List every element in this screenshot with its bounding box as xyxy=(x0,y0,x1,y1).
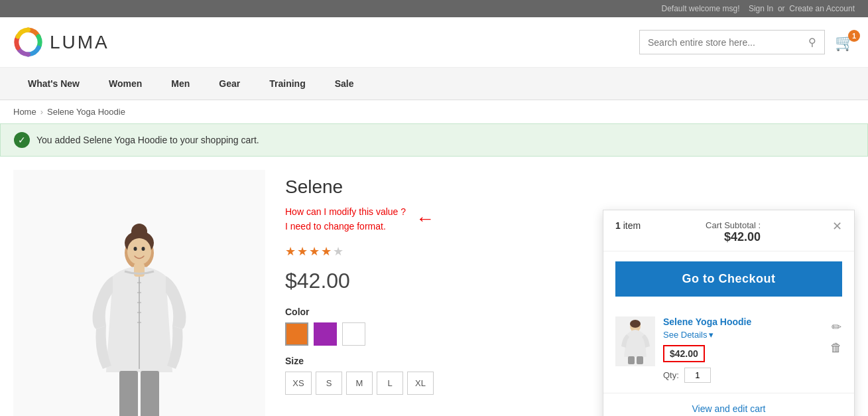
breadcrumb-separator: › xyxy=(40,107,43,117)
nav-item-men: Men xyxy=(156,68,204,100)
svg-point-6 xyxy=(142,247,145,251)
or-text: or xyxy=(778,4,785,13)
checkout-button[interactable]: Go to Checkout xyxy=(615,261,842,297)
logo-icon xyxy=(13,27,43,57)
cart-count-word: item xyxy=(623,220,641,231)
create-account-link[interactable]: Create an Account xyxy=(789,4,855,13)
star-3: ★ xyxy=(309,244,320,259)
search-button[interactable]: ⚲ xyxy=(808,36,816,48)
navigation: What's New Women Men Gear Training Sale xyxy=(0,68,868,100)
svg-point-3 xyxy=(131,224,147,240)
svg-point-17 xyxy=(630,320,641,328)
breadcrumb-home[interactable]: Home xyxy=(13,107,36,117)
star-5: ★ xyxy=(333,244,343,259)
cart-item: Selene Yoga Hoodie See Details ▾ $42.00 … xyxy=(603,307,854,393)
cart-subtotal-area: Cart Subtotal : $42.00 xyxy=(706,220,761,244)
star-2: ★ xyxy=(297,244,308,259)
cart-count-number: 1 xyxy=(615,220,621,231)
svg-rect-14 xyxy=(141,371,159,416)
cart-item-info: Selene Yoga Hoodie See Details ▾ $42.00 … xyxy=(663,316,822,383)
star-1: ★ xyxy=(285,244,296,259)
nav-link-whats-new[interactable]: What's New xyxy=(13,68,94,100)
cart-item-actions: ✏ 🗑 xyxy=(830,316,842,383)
signin-link[interactable]: Sign In xyxy=(749,4,773,13)
color-swatch-orange[interactable] xyxy=(285,322,308,346)
nav-link-women[interactable]: Women xyxy=(94,68,156,100)
see-details-text: See Details xyxy=(663,330,707,340)
nav-link-sale[interactable]: Sale xyxy=(320,68,369,100)
cart-delete-button[interactable]: 🗑 xyxy=(830,341,842,355)
qty-label: Qty: xyxy=(663,370,679,380)
product-illustration xyxy=(46,173,232,416)
size-xs[interactable]: XS xyxy=(285,372,312,395)
svg-rect-19 xyxy=(637,356,643,364)
search-input[interactable] xyxy=(648,37,808,48)
logo-text: LUMA xyxy=(50,32,109,53)
svg-point-4 xyxy=(127,238,151,265)
nav-item-whats-new: What's New xyxy=(13,68,94,100)
cart-item-count: 1 item xyxy=(615,220,641,231)
main-content: Selene How can I modify this value ? I n… xyxy=(0,157,868,416)
cart-see-details[interactable]: See Details ▾ xyxy=(663,330,822,340)
cart-button[interactable]: 🛒 1 xyxy=(835,33,855,52)
cart-item-qty: Qty: xyxy=(663,368,822,383)
cart-item-name[interactable]: Selene Yoga Hoodie xyxy=(663,316,822,327)
logo-area: LUMA xyxy=(13,27,109,57)
header: LUMA ⚲ 🛒 1 xyxy=(0,17,868,68)
nav-list: What's New Women Men Gear Training Sale xyxy=(13,68,855,100)
product-image-area xyxy=(13,170,265,416)
success-message: ✓ You added Selene Yoga Hoodie to your s… xyxy=(0,123,868,157)
chevron-down-icon: ▾ xyxy=(709,330,713,340)
size-xl[interactable]: XL xyxy=(407,372,434,395)
nav-item-training: Training xyxy=(255,68,320,100)
nav-link-men[interactable]: Men xyxy=(156,68,204,100)
svg-rect-18 xyxy=(628,356,635,364)
annotation-line2: I need to change format. xyxy=(285,219,406,234)
cart-item-thumbnail xyxy=(617,318,654,365)
arrow-icon: ← xyxy=(416,208,434,230)
product-image xyxy=(13,170,265,416)
svg-point-5 xyxy=(134,247,137,251)
color-swatch-purple[interactable] xyxy=(314,322,337,346)
header-right: ⚲ 🛒 1 xyxy=(639,30,855,54)
cart-item-price: $42.00 xyxy=(663,345,705,362)
cart-subtotal-label: Cart Subtotal : xyxy=(706,220,761,230)
cart-badge: 1 xyxy=(848,30,860,42)
annotation-text: How can I modify this value ? I need to … xyxy=(285,204,406,234)
cart-item-image xyxy=(615,316,655,366)
nav-item-women: Women xyxy=(94,68,156,100)
product-title: Selene xyxy=(285,176,855,198)
top-bar: Default welcome msg! Sign In or Create a… xyxy=(0,0,868,17)
nav-link-training[interactable]: Training xyxy=(255,68,320,100)
cart-dropdown: 1 item Cart Subtotal : $42.00 ✕ Go to Ch… xyxy=(603,210,855,416)
welcome-message: Default welcome msg! xyxy=(662,4,740,13)
success-icon: ✓ xyxy=(14,132,30,148)
cart-dropdown-header: 1 item Cart Subtotal : $42.00 ✕ xyxy=(603,210,854,251)
cart-edit-button[interactable]: ✏ xyxy=(830,320,842,334)
cart-subtotal-value: $42.00 xyxy=(706,230,761,244)
qty-input[interactable] xyxy=(684,368,711,383)
star-4: ★ xyxy=(321,244,332,259)
nav-item-gear: Gear xyxy=(204,68,255,100)
color-swatch-white[interactable] xyxy=(342,322,365,346)
view-edit-cart: View and edit cart xyxy=(603,393,854,416)
annotation-line1: How can I modify this value ? xyxy=(285,204,406,219)
nav-item-sale: Sale xyxy=(320,68,369,100)
success-text: You added Selene Yoga Hoodie to your sho… xyxy=(36,135,259,145)
cart-close-button[interactable]: ✕ xyxy=(826,220,842,232)
view-edit-cart-link[interactable]: View and edit cart xyxy=(692,403,765,414)
size-l[interactable]: L xyxy=(377,372,403,395)
breadcrumb: Home › Selene Yoga Hoodie xyxy=(0,100,868,123)
search-box: ⚲ xyxy=(639,30,825,54)
breadcrumb-current: Selene Yoga Hoodie xyxy=(47,107,125,117)
nav-link-gear[interactable]: Gear xyxy=(204,68,255,100)
svg-rect-13 xyxy=(119,371,138,416)
size-m[interactable]: M xyxy=(346,372,373,395)
size-s[interactable]: S xyxy=(316,372,342,395)
